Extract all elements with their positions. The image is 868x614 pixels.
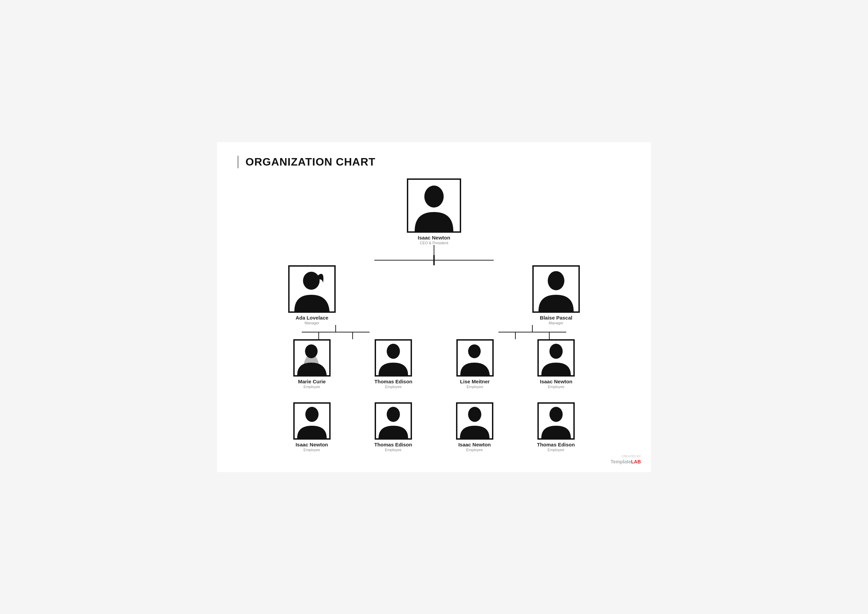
thomas3-label: Thomas Edison Employee: [537, 441, 575, 452]
blaise-connector-area: [485, 325, 580, 339]
right-branch-connector: [434, 255, 553, 265]
isaac2-label: Isaac Newton Employee: [296, 441, 328, 452]
blaise-label: Blaise Pascal Manager: [540, 315, 572, 325]
marie-card: [293, 339, 330, 376]
ceo-connector-v: [434, 245, 434, 255]
svg-point-5: [547, 271, 564, 291]
ceo-label: Isaac Newton CEO & President: [418, 235, 450, 245]
blaise-name: Blaise Pascal: [540, 315, 572, 321]
svg-point-9: [387, 344, 400, 359]
thomas1-name: Thomas Edison: [374, 379, 412, 385]
left-branch-connector: [315, 255, 434, 265]
isaac1-title: Employee: [540, 385, 572, 389]
h-line-left: [374, 260, 433, 261]
blaise-card: [532, 265, 580, 313]
thomas2-title: Employee: [374, 448, 412, 452]
marie-name: Marie Curie: [298, 379, 326, 385]
manager-blaise-node: Blaise Pascal Manager: [532, 265, 580, 325]
thomas3-name: Thomas Edison: [537, 441, 575, 448]
ada-connector-area: [288, 325, 383, 339]
isaac3-label: Isaac Newton Employee: [459, 441, 491, 452]
employee-marie-node: Marie Curie Employee: [293, 339, 330, 389]
svg-point-11: [468, 344, 480, 358]
manager-ada-node: Ada Lovelace Manager: [288, 265, 336, 325]
svg-point-17: [386, 407, 400, 422]
isaac3-card: [456, 402, 493, 440]
org-chart: Isaac Newton CEO & President: [237, 179, 631, 452]
isaac2-name: Isaac Newton: [296, 441, 328, 448]
isaac2-card: [293, 402, 330, 440]
lise-name: Lise Meitner: [460, 379, 490, 385]
employee-isaac3-node: Isaac Newton Employee: [456, 402, 493, 452]
employee-isaac2-node: Isaac Newton Employee: [293, 402, 330, 452]
employee-lise-node: Lise Meitner Employee: [456, 339, 494, 389]
thomas1-card: [375, 339, 412, 376]
thomas3-title: Employee: [537, 448, 575, 452]
employees-row1: Marie Curie Employee Thomas Edison Emplo…: [271, 339, 597, 389]
svg-point-3: [303, 272, 320, 290]
ceo-card: [407, 179, 461, 233]
brand: CREATED BY TemplateLAB: [611, 454, 641, 465]
blaise-title: Manager: [540, 321, 572, 325]
lise-card: [456, 339, 494, 376]
brand-lab: LAB: [631, 459, 641, 465]
svg-point-15: [305, 407, 318, 422]
isaac1-name: Isaac Newton: [540, 379, 572, 385]
ada-title: Manager: [296, 321, 329, 325]
thomas1-title: Employee: [374, 385, 412, 389]
employee-thomas1-node: Thomas Edison Employee: [374, 339, 412, 389]
lise-label: Lise Meitner Employee: [460, 379, 490, 389]
marie-label: Marie Curie Employee: [298, 379, 326, 389]
ceo-name: Isaac Newton: [418, 235, 450, 241]
thomas2-card: [375, 402, 412, 440]
thomas2-label: Thomas Edison Employee: [374, 441, 412, 452]
svg-point-19: [468, 407, 481, 422]
brand-created: CREATED BY: [611, 454, 641, 459]
ada-label: Ada Lovelace Manager: [296, 315, 329, 325]
h-line-right: [435, 260, 494, 261]
manager-down-connectors: [288, 325, 580, 339]
isaac3-title: Employee: [459, 448, 491, 452]
brand-template: Template: [611, 459, 631, 465]
thomas2-name: Thomas Edison: [374, 441, 412, 448]
brand-name: TemplateLAB: [611, 459, 641, 465]
page-title: ORGANIZATION CHART: [237, 156, 631, 168]
employees-row2: Isaac Newton Employee Thomas Edison Empl…: [271, 402, 597, 452]
thomas3-card: [538, 402, 575, 440]
marie-title: Employee: [298, 385, 326, 389]
lise-title: Employee: [460, 385, 490, 389]
level1-connector: [315, 255, 553, 265]
ada-name: Ada Lovelace: [296, 315, 329, 321]
managers-row: Ada Lovelace Manager Blaise Pascal Manag…: [288, 265, 580, 325]
isaac2-title: Employee: [296, 448, 328, 452]
thomas1-label: Thomas Edison Employee: [374, 379, 412, 389]
employee-isaac1-node: Isaac Newton Employee: [538, 339, 575, 389]
employee-thomas3-node: Thomas Edison Employee: [537, 402, 575, 452]
svg-point-1: [425, 185, 444, 208]
employee-thomas2-node: Thomas Edison Employee: [374, 402, 412, 452]
isaac1-label: Isaac Newton Employee: [540, 379, 572, 389]
svg-point-21: [549, 407, 563, 422]
ada-card: [288, 265, 336, 313]
isaac3-name: Isaac Newton: [459, 441, 491, 448]
isaac1-card: [538, 339, 575, 376]
ceo-title: CEO & President: [418, 241, 450, 245]
ceo-node: Isaac Newton CEO & President: [407, 179, 461, 245]
svg-point-13: [550, 344, 563, 359]
page: ORGANIZATION CHART Isaac Newton CEO & Pr…: [217, 142, 651, 472]
